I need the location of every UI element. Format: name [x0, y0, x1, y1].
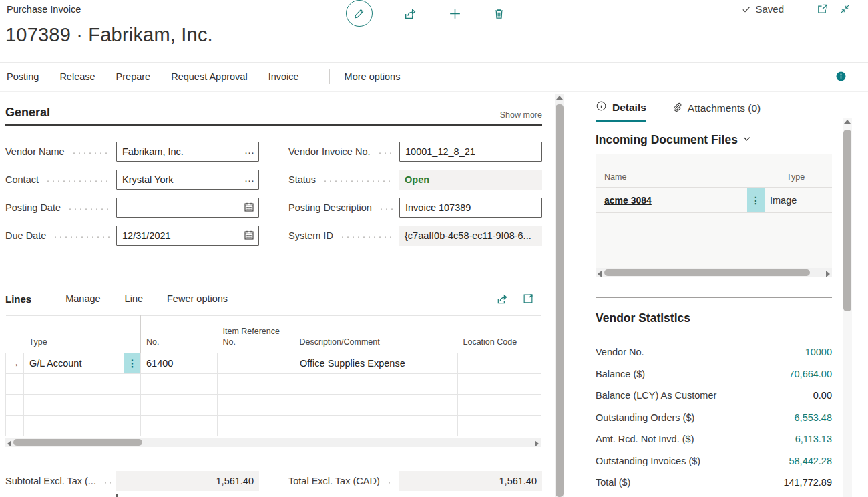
stat-outstanding-orders: Outstanding Orders ($) 6,553.48: [596, 407, 832, 429]
table-row-empty: [6, 416, 541, 436]
lines-horizontal-scrollbar[interactable]: [5, 438, 541, 447]
due-date-picker-button[interactable]: [241, 226, 257, 246]
general-fields: Vendor Name ··· Contact ···: [5, 142, 542, 246]
incoming-document-files-header[interactable]: Incoming Document Files: [596, 133, 832, 147]
scroll-up-arrow[interactable]: [844, 120, 851, 124]
contact-input[interactable]: [116, 170, 259, 190]
show-more-link[interactable]: Show more: [500, 110, 542, 120]
factbox-tabs: Details Attachments (0): [596, 100, 832, 122]
field-system-id: System ID {c7aaff0b-4c58-ec11-9f08-6...: [288, 226, 542, 246]
col-item-reference-no[interactable]: Item Reference No.: [218, 316, 294, 353]
scroll-right-arrow[interactable]: [535, 440, 539, 447]
field-status: Status Open: [288, 170, 542, 190]
row-pointer-icon: →: [6, 353, 24, 374]
field-vendor-name: Vendor Name ···: [5, 142, 259, 162]
page-caption: Purchase Invoice: [7, 4, 81, 15]
calendar-icon: [244, 230, 254, 242]
cell-location-code[interactable]: [458, 353, 531, 374]
scrollbar-thumb[interactable]: [556, 104, 564, 497]
lines-toolbar-icons: [496, 293, 542, 305]
posting-description-input[interactable]: [399, 198, 542, 218]
delete-button[interactable]: [493, 7, 505, 20]
main-vertical-scrollbar[interactable]: [555, 94, 564, 497]
menu-prepare[interactable]: Prepare: [116, 71, 151, 82]
document-type: Image: [765, 188, 797, 212]
lines-menu-divider: [45, 291, 45, 307]
col-description[interactable]: Description/Comment: [294, 316, 458, 353]
col-name[interactable]: Name: [604, 172, 765, 182]
totals-row: Subtotal Excl. Tax (... 1,561.40 Total E…: [5, 471, 542, 491]
tab-attachments[interactable]: Attachments (0): [672, 100, 761, 122]
share-icon: [403, 7, 417, 21]
posting-date-picker-button[interactable]: [241, 198, 257, 218]
purchase-invoice-page: Purchase Invoice: [0, 0, 868, 497]
vendor-name-input[interactable]: [116, 142, 259, 162]
col-location-code[interactable]: Location Code: [458, 316, 531, 353]
edit-button[interactable]: [346, 0, 373, 27]
scrollbar-thumb[interactable]: [604, 269, 810, 276]
cell-item-reference-no[interactable]: [218, 353, 294, 374]
field-contact: Contact ···: [5, 170, 259, 190]
lines-table-header: Type No. Item Reference No. Description/…: [6, 316, 541, 353]
scrollbar-thumb[interactable]: [13, 439, 142, 446]
system-id-value: {c7aaff0b-4c58-ec11-9f08-6...: [399, 226, 542, 246]
row-options-button[interactable]: ⋮: [124, 353, 141, 374]
info-button[interactable]: [835, 71, 847, 85]
field-total: Total Excl. Tax (CAD) 1,561.40: [288, 471, 542, 491]
scroll-up-arrow[interactable]: [556, 96, 563, 100]
open-in-new-window-button[interactable]: [816, 3, 829, 15]
factbox-vertical-scrollbar[interactable]: [843, 118, 852, 497]
new-button[interactable]: [448, 7, 462, 21]
tab-details[interactable]: Details: [596, 100, 646, 122]
incoming-document-row: acme 3084 ⋮ Image: [596, 188, 832, 213]
scroll-right-arrow[interactable]: [826, 271, 830, 277]
col-type[interactable]: Type: [24, 316, 124, 353]
menu-more-options[interactable]: More options: [345, 71, 401, 82]
dotted-leader: [379, 208, 394, 210]
collapse-button[interactable]: [839, 3, 851, 15]
scroll-left-arrow[interactable]: [7, 440, 11, 447]
share-button[interactable]: [403, 7, 417, 21]
pencil-icon: [353, 7, 365, 19]
dotted-leader: [53, 236, 111, 238]
col-type[interactable]: Type: [787, 172, 805, 182]
vendor-statistics-list: Vendor No. 10000 Balance ($) 70,664.00 B…: [596, 341, 832, 494]
menu-release[interactable]: Release: [59, 71, 95, 82]
lines-menu-line[interactable]: Line: [125, 293, 143, 304]
lines-menu-fewer-options[interactable]: Fewer options: [167, 293, 228, 304]
cell-no[interactable]: 61400: [141, 353, 218, 374]
total-value: 1,561.40: [399, 471, 542, 491]
scrollbar-thumb[interactable]: [843, 130, 851, 311]
vendor-invoice-no-input[interactable]: [399, 142, 542, 162]
main-content: General Show more Vendor Name ··· Contac…: [0, 92, 542, 497]
posting-description-label: Posting Description: [288, 202, 372, 213]
lines-menu-manage[interactable]: Manage: [65, 293, 100, 304]
subtotal-value: 1,561.40: [116, 471, 259, 491]
lines-share-button[interactable]: [496, 293, 509, 305]
record-title: 107389 · Fabrikam, Inc.: [5, 24, 213, 46]
lines-expand-button[interactable]: [522, 293, 534, 305]
menu-invoice[interactable]: Invoice: [268, 71, 299, 82]
dotted-leader: [103, 482, 111, 484]
stat-amt-rcd-not-invd: Amt. Rcd. Not Invd. ($) 6,113.13: [596, 428, 832, 450]
table-row-empty: [6, 374, 541, 395]
col-no[interactable]: No.: [141, 316, 218, 353]
vendor-name-lookup-button[interactable]: ···: [242, 142, 257, 162]
cell-type[interactable]: G/L Account: [24, 353, 124, 374]
ellipsis-icon: ···: [244, 146, 254, 158]
document-link[interactable]: acme 3084: [596, 188, 747, 212]
card-horizontal-scrollbar[interactable]: [596, 268, 832, 277]
document-options-button[interactable]: ⋮: [747, 188, 765, 212]
scroll-left-arrow[interactable]: [598, 271, 602, 277]
collapse-icon: [839, 3, 851, 15]
top-bar: Purchase Invoice: [0, 0, 868, 24]
menu-request-approval[interactable]: Request Approval: [171, 71, 247, 82]
due-date-input[interactable]: [116, 226, 259, 246]
cell-description[interactable]: Office Supplies Expense: [294, 353, 458, 374]
lines-table: Type No. Item Reference No. Description/…: [5, 315, 541, 436]
posting-date-input[interactable]: [116, 198, 259, 218]
contact-lookup-button[interactable]: ···: [242, 170, 257, 190]
menu-posting[interactable]: Posting: [7, 71, 39, 82]
field-posting-date: Posting Date: [5, 198, 259, 218]
clipped-input[interactable]: [116, 494, 118, 497]
